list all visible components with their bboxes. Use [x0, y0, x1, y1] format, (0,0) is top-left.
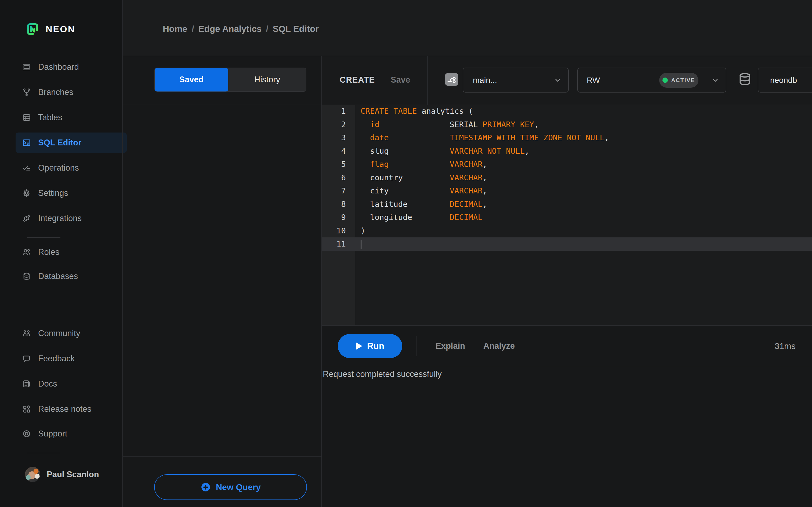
operations-icon [22, 163, 31, 172]
text-cursor [361, 240, 361, 249]
branch-select[interactable]: main... [463, 68, 569, 93]
result-message: Request completed successfully [323, 369, 442, 380]
line-number: 6 [321, 171, 355, 184]
brand-logo[interactable]: NEON [26, 22, 75, 36]
line-number: 4 [321, 145, 355, 158]
feedback-icon [22, 354, 31, 363]
code-line-9[interactable]: 9 longitude DECIMAL [321, 211, 812, 224]
breadcrumb-project[interactable]: Edge Analytics [198, 23, 261, 35]
support-lifebuoy-icon [22, 429, 31, 438]
branches-icon [22, 88, 31, 97]
community-icon [22, 329, 31, 338]
query-duration: 31ms [775, 340, 796, 352]
database-icon [738, 72, 752, 88]
chevron-down-icon [554, 76, 562, 84]
tab-history[interactable]: History [228, 68, 306, 92]
tables-icon [22, 113, 31, 122]
line-number: 1 [321, 105, 355, 118]
topbar-divider [122, 56, 812, 56]
breadcrumb: Home / Edge Analytics / SQL Editor [163, 23, 319, 35]
line-number: 7 [321, 184, 355, 198]
sql-code-editor[interactable]: 1CREATE TABLE analytics (2 id SERIAL PRI… [321, 105, 812, 325]
user-name: Paul Scanlon [47, 470, 99, 480]
active-status-dot [662, 77, 668, 83]
line-number: 8 [321, 198, 355, 211]
plus-circle-icon [200, 482, 211, 493]
saved-queries-panel [122, 56, 321, 507]
line-number: 3 [321, 131, 355, 145]
sidebar-item-settings[interactable]: Settings [15, 183, 127, 203]
sidebar-divider-vertical [122, 0, 123, 507]
sidebar-item-roles[interactable]: Roles [15, 242, 127, 262]
code-lines: 1CREATE TABLE analytics (2 id SERIAL PRI… [321, 105, 812, 251]
status-badge: ACTIVE [659, 73, 698, 88]
avatar [25, 467, 40, 482]
code-line-2[interactable]: 2 id SERIAL PRIMARY KEY, [321, 118, 812, 131]
branch-compute-button[interactable] [445, 73, 458, 86]
sidebar-item-branches[interactable]: Branches [15, 82, 127, 103]
sidebar-item-integrations[interactable]: Integrations [15, 208, 127, 229]
sidebar-divider [27, 453, 60, 453]
dashboard-icon [22, 62, 31, 72]
breadcrumb-separator: / [266, 23, 268, 35]
settings-gear-icon [22, 188, 31, 198]
compute-endpoint-select[interactable]: RW ACTIVE [577, 68, 726, 93]
analyze-button[interactable]: Analyze [483, 340, 515, 352]
sidebar-item-sql-editor[interactable]: SQL Editor [15, 132, 127, 153]
chevron-down-icon [711, 76, 719, 84]
code-line-5[interactable]: 5 flag VARCHAR, [321, 158, 812, 171]
databases-icon [22, 272, 31, 281]
sidebar-item-community[interactable]: Community [15, 323, 127, 344]
new-query-button[interactable]: New Query [154, 474, 307, 500]
neon-console: NEON Dashboard Branches Tables SQL Edito… [0, 0, 812, 507]
database-select[interactable]: neondb [758, 68, 812, 93]
explain-button[interactable]: Explain [436, 340, 465, 352]
header-divider [122, 105, 812, 105]
code-line-4[interactable]: 4 slug VARCHAR NOT NULL, [321, 145, 812, 158]
integrations-icon [22, 214, 31, 223]
breadcrumb-home[interactable]: Home [163, 23, 188, 35]
branch-icon [447, 75, 456, 84]
code-line-10[interactable]: 10) [321, 224, 812, 238]
code-line-11[interactable]: 11 [321, 237, 812, 251]
sidebar-item-docs[interactable]: Docs [15, 374, 127, 394]
breadcrumb-separator: / [192, 23, 194, 35]
code-line-8[interactable]: 8 latitude DECIMAL, [321, 198, 812, 211]
sidebar-item-feedback[interactable]: Feedback [15, 348, 127, 369]
query-title: CREATE [340, 73, 375, 87]
sidebar-item-support[interactable]: Support [15, 424, 127, 444]
neon-logo-icon [26, 22, 40, 36]
results-divider [321, 365, 812, 366]
header-separator [427, 56, 428, 105]
user-menu[interactable]: Paul Scanlon [25, 467, 99, 482]
code-line-3[interactable]: 3 date TIMESTAMP WITH TIME ZONE NOT NULL… [321, 131, 812, 145]
sidebar-item-release-notes[interactable]: Release notes [15, 399, 127, 419]
line-number: 11 [321, 237, 355, 251]
breadcrumb-current-page: SQL Editor [272, 23, 319, 35]
tab-saved[interactable]: Saved [155, 68, 228, 92]
sidebar-item-dashboard[interactable]: Dashboard [15, 57, 127, 77]
sidebar-item-databases[interactable]: Databases [15, 266, 127, 286]
line-number: 5 [321, 158, 355, 171]
save-button[interactable]: Save [391, 73, 410, 87]
panel-divider-vertical [321, 56, 322, 507]
run-button[interactable]: Run [338, 334, 402, 358]
sql-editor-icon [22, 138, 31, 147]
saved-history-tabs: Saved History [154, 68, 306, 92]
code-line-6[interactable]: 6 country VARCHAR, [321, 171, 812, 184]
sidebar-item-tables[interactable]: Tables [15, 107, 127, 128]
play-icon [356, 342, 363, 350]
sidebar-divider [27, 237, 60, 238]
docs-icon [22, 379, 31, 388]
line-number: 2 [321, 118, 355, 131]
roles-icon [22, 247, 31, 257]
code-line-7[interactable]: 7 city VARCHAR, [321, 184, 812, 198]
release-notes-icon [22, 404, 31, 414]
toolbar-separator [416, 336, 416, 356]
code-line-1[interactable]: 1CREATE TABLE analytics ( [321, 105, 812, 118]
toolbar-divider-top [321, 325, 812, 326]
brand-name: NEON [46, 22, 75, 36]
sidebar-item-operations[interactable]: Operations [15, 158, 127, 178]
line-number: 9 [321, 211, 355, 224]
query-panel-divider [122, 456, 321, 457]
